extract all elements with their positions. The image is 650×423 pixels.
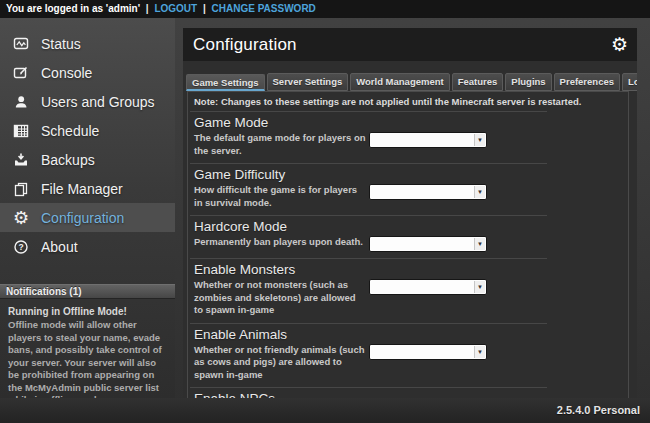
sidebar-item-label: Configuration (41, 210, 124, 226)
chevron-down-icon: ▼ (474, 281, 485, 293)
chevron-down-icon: ▼ (474, 238, 485, 250)
game-difficulty-select[interactable]: ▼ (369, 184, 487, 200)
gear-icon: ⚙ (12, 209, 30, 227)
backups-icon (12, 151, 30, 169)
logged-in-text: You are logged in as 'admin' (6, 3, 140, 14)
version-label: 2.5.4.0 Personal (557, 404, 640, 416)
sidebar-item-label: About (41, 239, 78, 255)
sidebar-item-users-and-groups[interactable]: Users and Groups (0, 87, 175, 116)
sidebar-item-console[interactable]: Console (0, 58, 175, 87)
setting-description: The default game mode for players on the… (194, 132, 366, 157)
chevron-down-icon: ▼ (474, 346, 485, 358)
tab-bar: Game Settings Server Settings World Mana… (186, 73, 637, 91)
sidebar: Status Console Users and Groups Schedule (0, 18, 175, 398)
svg-text:?: ? (18, 242, 23, 252)
sidebar-item-about[interactable]: ? About (0, 232, 175, 261)
setting-name: Enable Monsters (194, 262, 547, 277)
tab-preferences[interactable]: Preferences (554, 73, 620, 91)
notification-title: Running in Offline Mode! (8, 305, 167, 318)
change-password-link[interactable]: CHANGE PASSWORD (212, 3, 316, 14)
schedule-icon (12, 122, 30, 140)
setting-description: Permanently ban players upon death. (194, 236, 366, 249)
sidebar-item-label: Users and Groups (41, 94, 155, 110)
hardcore-mode-select[interactable]: ▼ (369, 236, 487, 252)
separator: | (146, 3, 149, 14)
sidebar-item-status[interactable]: Status (0, 29, 175, 58)
notifications-header: Notifications (1) (0, 284, 175, 299)
setting-name: Enable Animals (194, 327, 547, 342)
restart-note: Note: Changes to these settings are not … (188, 92, 628, 111)
tab-game-settings[interactable]: Game Settings (186, 74, 265, 91)
settings-gear-button[interactable]: ⚙ (611, 35, 628, 54)
file-manager-icon (12, 180, 30, 198)
setting-name: Hardcore Mode (194, 219, 547, 234)
chevron-down-icon: ▼ (474, 186, 485, 198)
setting-row-game-mode: Game Mode The default game mode for play… (190, 111, 547, 163)
console-icon (12, 64, 30, 82)
setting-name: Enable NPCs (194, 391, 547, 398)
status-icon (12, 35, 30, 53)
status-bar: 2.5.4.0 Personal (0, 398, 650, 423)
setting-row-enable-npcs: Enable NPCs Whether or not friendly mobs… (190, 387, 547, 398)
question-icon: ? (12, 238, 30, 256)
panel-header: Configuration ⚙ (183, 28, 637, 61)
sidebar-item-label: Backups (41, 152, 95, 168)
notifications-body: Running in Offline Mode! Offline mode wi… (0, 299, 175, 407)
setting-name: Game Mode (194, 115, 547, 130)
setting-row-game-difficulty: Game Difficulty How difficult the game i… (190, 163, 547, 215)
enable-monsters-select[interactable]: ▼ (369, 279, 487, 295)
setting-name: Game Difficulty (194, 167, 547, 182)
tab-plugins[interactable]: Plugins (505, 73, 551, 91)
tab-features[interactable]: Features (452, 73, 504, 91)
page-title: Configuration (193, 35, 611, 55)
sidebar-item-configuration[interactable]: ⚙ Configuration (0, 203, 175, 232)
configuration-panel: Configuration ⚙ Game Settings Server Set… (183, 28, 637, 398)
tab-login-users[interactable]: Login Users (622, 73, 637, 91)
setting-row-hardcore-mode: Hardcore Mode Permanently ban players up… (190, 215, 547, 258)
sidebar-item-label: File Manager (41, 181, 123, 197)
sidebar-item-file-manager[interactable]: File Manager (0, 174, 175, 203)
chevron-down-icon: ▼ (474, 134, 485, 146)
setting-row-enable-animals: Enable Animals Whether or not friendly a… (190, 323, 547, 388)
enable-animals-select[interactable]: ▼ (369, 344, 487, 360)
sidebar-item-backups[interactable]: Backups (0, 145, 175, 174)
setting-description: Whether or not monsters (such as zombies… (194, 279, 366, 317)
sidebar-nav: Status Console Users and Groups Schedule (0, 18, 175, 261)
tab-server-settings[interactable]: Server Settings (267, 73, 349, 91)
tab-content: Note: Changes to these settings are not … (187, 91, 629, 398)
users-icon (12, 93, 30, 111)
sidebar-item-label: Schedule (41, 123, 99, 139)
setting-description: Whether or not friendly animals (such as… (194, 344, 366, 382)
setting-row-enable-monsters: Enable Monsters Whether or not monsters … (190, 258, 547, 323)
game-mode-select[interactable]: ▼ (369, 132, 487, 148)
settings-list: Game Mode The default game mode for play… (190, 111, 547, 398)
separator: | (203, 3, 206, 14)
sidebar-item-schedule[interactable]: Schedule (0, 116, 175, 145)
logout-link[interactable]: LOGOUT (154, 3, 197, 14)
notification-text: Offline mode will allow other players to… (8, 319, 167, 407)
setting-description: How difficult the game is for players in… (194, 184, 366, 209)
sidebar-item-label: Console (41, 65, 92, 81)
tab-world-management[interactable]: World Management (350, 73, 449, 91)
sidebar-item-label: Status (41, 36, 81, 52)
topbar: You are logged in as 'admin' | LOGOUT | … (0, 0, 650, 18)
